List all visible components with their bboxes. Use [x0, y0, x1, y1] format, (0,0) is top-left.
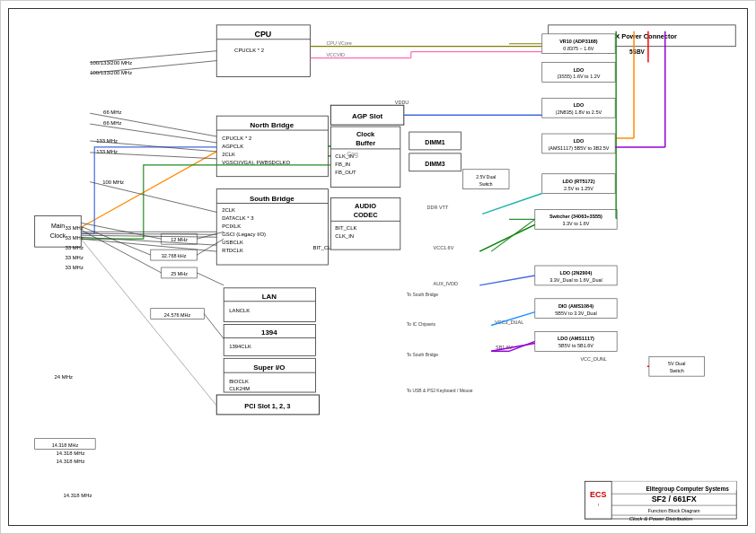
svg-text:FB_OUT: FB_OUT [335, 170, 356, 175]
svg-rect-78 [542, 98, 615, 118]
svg-rect-60 [151, 249, 198, 260]
svg-text:3.3V_Dual to 1.6V_Dual: 3.3V_Dual to 1.6V_Dual [549, 277, 602, 283]
svg-line-175 [81, 223, 161, 239]
svg-text:AUX_IVDD: AUX_IVDD [434, 281, 458, 286]
svg-line-195 [81, 239, 216, 406]
svg-text:Switch: Switch [670, 368, 684, 373]
svg-text:Switcher (34063+3S55): Switcher (34063+3S55) [549, 214, 602, 219]
svg-text:LDO (AMS1117): LDO (AMS1117) [558, 336, 594, 341]
svg-text:PCI Slot 1, 2, 3: PCI Slot 1, 2, 3 [244, 402, 290, 410]
svg-rect-66 [549, 25, 736, 47]
svg-text:LDO: LDO [574, 67, 585, 73]
svg-text:(AMS1117) 5B5V to 3B2.5V: (AMS1117) 5B5V to 3B2.5V [548, 145, 609, 151]
svg-rect-102 [462, 170, 509, 189]
svg-text:Clock: Clock [50, 232, 66, 239]
svg-line-194 [81, 239, 216, 251]
svg-rect-58 [162, 233, 198, 244]
svg-line-179 [197, 239, 224, 255]
svg-line-180 [197, 273, 224, 285]
svg-text:33 MHz: 33 MHz [65, 245, 83, 250]
svg-text:LANCLK: LANCLK [229, 308, 250, 313]
svg-text:33 MHz: 33 MHz [65, 235, 83, 241]
svg-line-125 [491, 312, 535, 326]
svg-rect-81 [542, 134, 615, 153]
svg-line-193 [81, 237, 216, 245]
svg-line-122 [479, 276, 535, 285]
svg-text:2.5V Dual: 2.5V Dual [476, 175, 496, 179]
svg-text:To South Bridge: To South Bridge [407, 293, 438, 297]
svg-text:RTDCLK: RTDCLK [222, 248, 243, 253]
svg-rect-84 [542, 174, 615, 194]
svg-text:Cog: Cog [347, 151, 358, 158]
svg-text:South Bridge: South Bridge [250, 195, 294, 203]
svg-rect-90 [535, 266, 617, 285]
svg-text:32.768 kHz: 32.768 kHz [162, 253, 187, 258]
svg-text:Buffer: Buffer [356, 139, 375, 147]
svg-line-178 [197, 232, 224, 239]
svg-line-119 [479, 224, 535, 251]
svg-text:133 MHz: 133 MHz [96, 149, 118, 154]
svg-text:CLK24M: CLK24M [229, 386, 250, 391]
svg-text:SF2 / 661FX: SF2 / 661FX [652, 495, 697, 503]
svg-rect-165 [585, 481, 611, 519]
svg-text:24.576 MHz: 24.576 MHz [164, 312, 191, 318]
svg-text:(2N835) 1.8V to 2.5V: (2N835) 1.8V to 2.5V [556, 109, 602, 115]
svg-line-177 [81, 230, 161, 273]
svg-text:AUDIO: AUDIO [355, 202, 376, 210]
main-container: CPU CPUCLK * 2 North Bridge CPUCLK * 2 A… [0, 0, 756, 534]
svg-text:CLK_IN: CLK_IN [335, 153, 354, 159]
svg-text:0.8375 ~ 1.6V: 0.8375 ~ 1.6V [563, 46, 593, 51]
svg-text:CPUCLK * 2: CPUCLK * 2 [222, 136, 251, 141]
svg-rect-96 [535, 331, 617, 351]
svg-line-187 [90, 141, 216, 152]
svg-rect-161 [35, 439, 96, 450]
svg-text:VCC3_DUAL: VCC3_DUAL [495, 320, 523, 325]
svg-text:Main: Main [51, 223, 65, 229]
svg-text:66 MHz: 66 MHz [103, 109, 121, 115]
svg-text:2CLK: 2CLK [222, 207, 235, 213]
svg-text:BIT_CLK: BIT_CLK [335, 225, 356, 231]
svg-text:VGSCI(VGA),  FWBSDCLKO: VGSCI(VGA), FWBSDCLKO [222, 160, 290, 165]
svg-rect-44 [224, 325, 315, 356]
svg-text:CLK_IN: CLK_IN [335, 233, 354, 239]
svg-text:BIT_CLK: BIT_CLK [313, 245, 335, 250]
svg-rect-48 [224, 358, 315, 392]
svg-rect-163 [585, 481, 736, 519]
svg-text:33 MHz: 33 MHz [65, 225, 83, 231]
svg-rect-36 [409, 132, 462, 150]
svg-text:ECS: ECS [590, 490, 606, 499]
svg-rect-72 [542, 34, 615, 54]
svg-rect-0 [216, 25, 310, 77]
svg-line-183 [90, 51, 216, 63]
svg-text:5SBV: 5SBV [629, 48, 646, 55]
svg-text:ATX Power Connector: ATX Power Connector [607, 32, 677, 40]
svg-line-189 [90, 182, 216, 213]
svg-text:33 MHz: 33 MHz [65, 265, 83, 270]
svg-text:f: f [598, 503, 600, 507]
svg-text:3.3V: 3.3V [585, 48, 597, 55]
svg-text:1394: 1394 [261, 328, 277, 337]
svg-text:DDR VTT: DDR VTT [427, 205, 449, 210]
svg-text:25 MHz: 25 MHz [171, 271, 188, 276]
svg-text:VR10 (ADP3168): VR10 (ADP3168) [559, 39, 598, 44]
svg-text:14.318 MHz: 14.318 MHz [56, 451, 84, 456]
svg-text:3.3V to 1.6V: 3.3V to 1.6V [562, 221, 589, 226]
svg-text:Clock & Power Distribution: Clock & Power Distribution [629, 516, 693, 521]
svg-line-117 [482, 194, 542, 214]
svg-text:14.318 MHz: 14.318 MHz [52, 442, 79, 448]
svg-text:12V: 12V [563, 48, 574, 55]
svg-text:GSCI (Legacy I/O): GSCI (Legacy I/O) [222, 232, 266, 237]
svg-line-191 [81, 233, 216, 234]
svg-text:DATACLK * 3: DATACLK * 3 [222, 215, 254, 221]
svg-text:AGPCLK: AGPCLK [222, 144, 243, 149]
svg-text:FB_IN: FB_IN [335, 162, 350, 167]
svg-text:North Bridge: North Bridge [251, 121, 294, 129]
svg-text:LDO: LDO [574, 102, 585, 108]
svg-text:CPUCLK * 2: CPUCLK * 2 [234, 48, 264, 53]
svg-text:LAN: LAN [262, 293, 277, 301]
svg-rect-38 [409, 153, 462, 171]
svg-text:To USB & PS2 Keyboard / Mouse: To USB & PS2 Keyboard / Mouse [407, 389, 473, 393]
svg-text:To South Bridge: To South Bridge [407, 353, 438, 357]
svg-text:Switch: Switch [479, 182, 493, 187]
svg-line-132 [509, 341, 535, 351]
